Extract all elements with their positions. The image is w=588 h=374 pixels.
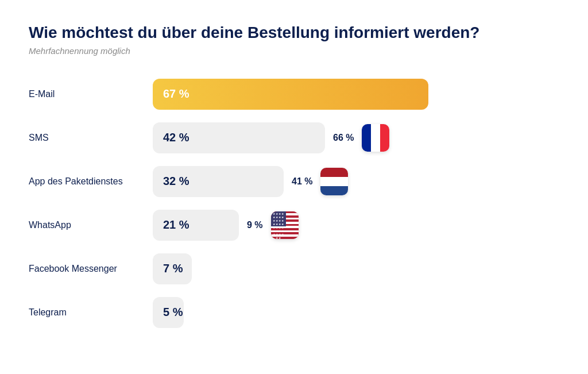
row-label-app: App des Paketdienstes (29, 176, 144, 187)
row-label-whatsapp: WhatsApp (29, 220, 144, 230)
flag-france-icon (362, 124, 389, 152)
row-label-sms: SMS (29, 133, 144, 143)
row-label-telegram: Telegram (29, 307, 144, 318)
bar-sms: 42 % (153, 122, 325, 153)
bar-wrapper-email: 67 % (153, 79, 559, 110)
row-label-facebook: Facebook Messenger (29, 264, 144, 274)
bar-whatsapp: 21 % (153, 210, 239, 241)
bar-wrapper-whatsapp: 21 % 9 % (153, 210, 559, 241)
bar-wrapper-facebook: 7 % (153, 253, 559, 284)
comparison-value-sms: 66 % (333, 133, 354, 143)
bar-value-whatsapp: 21 % (163, 218, 189, 232)
comparison-value-app: 41 % (292, 176, 312, 187)
comparison-value-whatsapp: 9 % (247, 220, 263, 230)
table-row: SMS 42 % 66 % (29, 122, 559, 153)
flag-usa-icon: ★★★★★★ ★★★★★★ ★★★★★★ ★★★★★★ ★★★★★★ (271, 211, 299, 239)
chart-container: E-Mail 67 % SMS 42 % 66 % App des Paketd… (29, 79, 559, 328)
bar-value-email: 67 % (163, 87, 189, 101)
table-row: E-Mail 67 % (29, 79, 559, 110)
table-row: WhatsApp 21 % 9 % (29, 210, 559, 241)
bar-wrapper-telegram: 5 % (153, 297, 559, 328)
row-label-email: E-Mail (29, 89, 144, 99)
bar-email: 67 % (153, 79, 428, 110)
bar-telegram: 5 % (153, 297, 184, 328)
chart-subtitle: Mehrfachnennung möglich (29, 46, 559, 56)
chart-title: Wie möchtest du über deine Bestellung in… (29, 23, 559, 43)
flag-netherlands-icon (320, 168, 348, 195)
table-row: Telegram 5 % (29, 297, 559, 328)
bar-wrapper-app: 32 % 41 % (153, 166, 559, 197)
table-row: Facebook Messenger 7 % (29, 253, 559, 284)
table-row: App des Paketdienstes 32 % 41 % (29, 166, 559, 197)
bar-app: 32 % (153, 166, 284, 197)
bar-value-telegram: 5 % (163, 306, 183, 319)
bar-value-sms: 42 % (163, 131, 189, 144)
bar-facebook: 7 % (153, 253, 192, 284)
bar-value-app: 32 % (163, 175, 189, 188)
bar-wrapper-sms: 42 % 66 % (153, 122, 559, 153)
bar-value-facebook: 7 % (163, 262, 183, 275)
